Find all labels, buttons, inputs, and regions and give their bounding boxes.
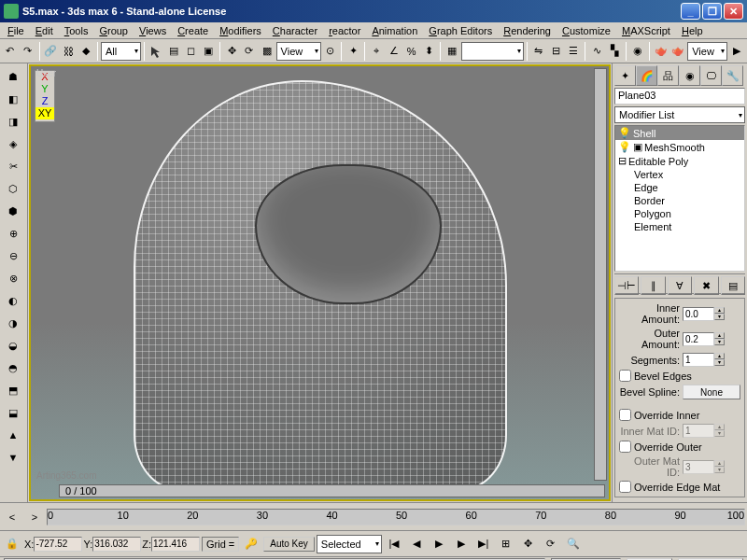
modifier-stack[interactable]: 💡Shell 💡▣MeshSmooth ⊟Editable Poly Verte… (614, 125, 745, 272)
percent-snap-button[interactable]: % (403, 41, 420, 62)
override-inner-checkbox[interactable] (619, 409, 631, 421)
axis-xy[interactable]: XY (35, 107, 54, 119)
tool-12[interactable]: ◑ (2, 312, 24, 334)
axis-y[interactable]: Y (41, 83, 48, 95)
stack-border[interactable]: Border (615, 194, 744, 207)
tool-9[interactable]: ⊖ (2, 245, 24, 267)
redo-button[interactable]: ↷ (20, 41, 36, 62)
time-config-button2[interactable]: > (24, 507, 45, 527)
spinner-snap-button[interactable]: ⬍ (420, 41, 437, 62)
stack-polygon[interactable]: Polygon (615, 207, 744, 220)
lock-button[interactable]: 🔒 (2, 534, 22, 554)
time-ruler[interactable]: 0 10 20 30 40 50 60 70 80 90 100 (47, 509, 745, 525)
axis-z[interactable]: Z (42, 95, 49, 107)
make-unique-button[interactable]: ∀ (668, 276, 692, 295)
utilities-tab[interactable]: 🔧 (722, 65, 743, 86)
ref-coord-dropdown[interactable]: View (276, 42, 321, 61)
hierarchy-tab[interactable]: 品 (657, 65, 679, 86)
x-input[interactable] (34, 537, 82, 552)
align-button[interactable]: ⊟ (548, 41, 565, 62)
tool-15[interactable]: ⬒ (2, 379, 24, 401)
close-button[interactable]: ✕ (724, 3, 743, 20)
modifier-list-dropdown[interactable]: Modifier List (614, 106, 745, 123)
snap-button[interactable]: ⌖ (368, 41, 385, 62)
override-outer-checkbox[interactable] (619, 441, 631, 453)
viewport-scroll-h[interactable]: 0 / 100 (59, 484, 605, 497)
prev-frame-button[interactable]: ◀ (406, 534, 427, 554)
curve-editor-button[interactable]: ∿ (588, 41, 605, 62)
maximize-button[interactable]: ❐ (702, 3, 722, 20)
angle-snap-button[interactable]: ∠ (386, 41, 402, 62)
menu-tools[interactable]: Tools (59, 24, 94, 37)
stack-vertex[interactable]: Vertex (615, 168, 744, 181)
viewport[interactable]: X Y Z XY User 0 / 100 Arting365.com (29, 64, 611, 501)
stack-edge[interactable]: Edge (615, 181, 744, 194)
autokey-button[interactable]: Auto Key (263, 537, 315, 552)
link-button[interactable]: 🔗 (43, 41, 60, 62)
menu-file[interactable]: File (2, 24, 30, 37)
modify-tab[interactable]: 🌈 (636, 65, 657, 86)
viewport-scroll-v[interactable] (594, 68, 607, 481)
tool-14[interactable]: ◓ (2, 357, 24, 379)
show-end-button[interactable]: ∥ (641, 276, 665, 295)
nav-1[interactable]: ⊞ (496, 534, 516, 554)
time-config-button[interactable]: < (2, 507, 22, 527)
menu-views[interactable]: Views (134, 24, 172, 37)
configure-button[interactable]: ▤ (721, 276, 745, 295)
nav-4[interactable]: 🔍 (563, 534, 584, 554)
tool-10[interactable]: ⊗ (2, 267, 24, 289)
tool-17[interactable]: ▲ (2, 424, 24, 446)
stack-epoly[interactable]: ⊟Editable Poly (615, 154, 744, 168)
window-crossing-button[interactable]: ▣ (200, 41, 217, 62)
tool-3[interactable]: ◨ (2, 110, 24, 133)
motion-tab[interactable]: ◉ (679, 65, 700, 86)
inner-amount-input[interactable] (683, 307, 714, 321)
menu-rendering[interactable]: Rendering (498, 24, 557, 37)
display-tab[interactable]: 🖵 (700, 65, 722, 86)
outer-spinner[interactable]: ▴▾ (714, 332, 725, 346)
tool-8[interactable]: ⊕ (2, 222, 24, 245)
pin-stack-button[interactable]: ⊣⊢ (614, 276, 639, 295)
seg-spinner[interactable]: ▴▾ (714, 353, 725, 367)
select-by-name-button[interactable]: ▤ (165, 41, 182, 62)
render-button[interactable]: ▶ (728, 41, 745, 62)
menu-animation[interactable]: Animation (366, 24, 423, 37)
undo-button[interactable]: ↶ (2, 41, 19, 62)
y-input[interactable] (92, 537, 141, 552)
z-input[interactable] (151, 537, 200, 552)
menu-edit[interactable]: Edit (30, 24, 59, 37)
menu-modifiers[interactable]: Modifiers (214, 24, 267, 37)
stack-element[interactable]: Element (615, 220, 744, 233)
tool-11[interactable]: ◐ (2, 289, 24, 312)
selection-filter-dropdown[interactable]: All (101, 42, 141, 61)
next-frame-button[interactable]: ▶ (451, 534, 472, 554)
stack-meshsmooth[interactable]: 💡▣MeshSmooth (615, 140, 744, 154)
menu-create[interactable]: Create (172, 24, 214, 37)
menu-customize[interactable]: Customize (557, 24, 616, 37)
nav-3[interactable]: ⟳ (541, 534, 561, 554)
manipulate-button[interactable]: ✦ (345, 41, 361, 62)
named-selection-dropdown[interactable] (461, 42, 524, 61)
tool-4[interactable]: ◈ (2, 133, 24, 155)
tool-1[interactable]: ☗ (2, 65, 24, 88)
bind-button[interactable]: ◆ (78, 41, 94, 62)
rotate-button[interactable]: ⟳ (241, 41, 258, 62)
tool-2[interactable]: ◧ (2, 88, 24, 110)
create-tab[interactable]: ✦ (614, 65, 636, 86)
material-editor-button[interactable]: ◉ (629, 41, 646, 62)
quick-render-button[interactable]: 🫖 (669, 41, 686, 62)
unlink-button[interactable]: ⛓ (60, 41, 77, 62)
bevel-spline-button[interactable]: None (683, 385, 740, 399)
key-icon[interactable]: 🔑 (241, 534, 261, 554)
tool-18[interactable]: ▼ (2, 446, 24, 469)
menu-help[interactable]: Help (676, 24, 709, 37)
keymode-dropdown[interactable]: Selected (317, 535, 382, 553)
inner-spinner[interactable]: ▴▾ (714, 307, 725, 321)
menu-reactor[interactable]: reactor (323, 24, 366, 37)
menu-character[interactable]: Character (267, 24, 323, 37)
render-view-dropdown[interactable]: View (687, 42, 727, 61)
goto-start-button[interactable]: |◀ (384, 534, 404, 554)
select-region-button[interactable]: ◻ (183, 41, 200, 62)
stack-shell[interactable]: 💡Shell (615, 126, 744, 140)
segments-input[interactable] (683, 353, 714, 367)
